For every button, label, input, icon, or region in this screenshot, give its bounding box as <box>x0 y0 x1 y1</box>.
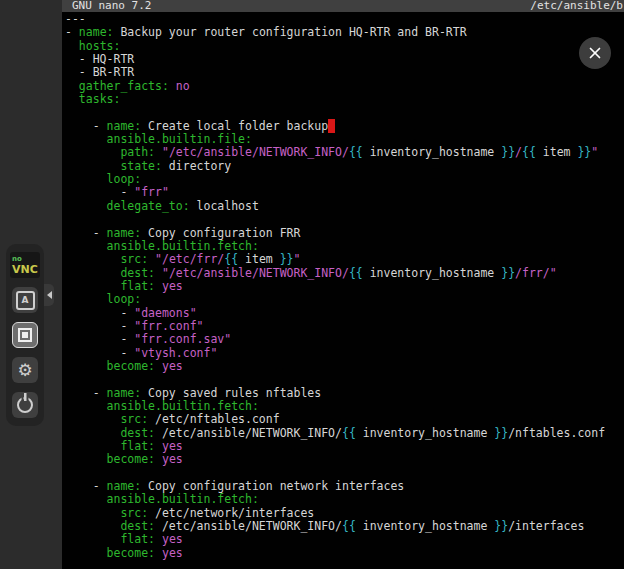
code-line: - name: Backup your router configuration… <box>65 26 624 39</box>
code-segment: - <box>65 386 107 400</box>
code-segment <box>65 199 107 213</box>
clipboard-icon: A <box>16 291 35 310</box>
code-segment: src: <box>120 506 148 520</box>
code-segment <box>65 252 120 266</box>
code-segment: inventory_hostname <box>356 426 494 440</box>
code-segment: "vtysh.conf" <box>134 346 217 360</box>
novnc-logo-no: no <box>12 255 22 263</box>
code-line: flat: yes <box>65 440 624 453</box>
code-segment: }} <box>501 266 515 280</box>
vnc-control-panel: no VNC A ⚙ <box>6 244 44 426</box>
code-line: - BR-RTR <box>65 66 624 79</box>
code-line: - "vtysh.conf" <box>65 347 624 360</box>
code-line: tasks: <box>65 93 624 106</box>
novnc-logo: no VNC <box>10 252 40 278</box>
settings-button[interactable]: ⚙ <box>12 357 38 383</box>
code-segment: - <box>65 185 134 199</box>
code-segment: name: <box>107 119 142 133</box>
code-line: state: directory <box>65 160 624 173</box>
code-segment: }} <box>494 519 508 533</box>
code-line: src: /etc/network/interfaces <box>65 507 624 520</box>
code-segment <box>155 546 162 560</box>
code-segment: - <box>65 226 107 240</box>
power-button[interactable] <box>12 392 38 418</box>
code-line <box>65 467 624 480</box>
code-line: - "frr" <box>65 186 624 199</box>
code-segment: inventory_hostname <box>356 519 494 533</box>
code-segment: - <box>65 332 134 346</box>
code-line: dest: /etc/ansible/NETWORK_INFO/{{ inven… <box>65 427 624 440</box>
code-segment: src: <box>120 412 148 426</box>
panel-collapse-handle[interactable] <box>44 284 54 306</box>
code-segment: dest: <box>120 266 155 280</box>
code-line <box>65 373 624 386</box>
code-segment: ansible.builtin.fetch: <box>107 399 259 413</box>
code-line: - HQ-RTR <box>65 53 624 66</box>
code-line: ansible.builtin.fetch: <box>65 493 624 506</box>
code-segment: hosts: <box>79 39 121 53</box>
code-segment: --- <box>65 12 86 26</box>
code-segment: {{ <box>342 519 356 533</box>
code-segment <box>155 279 162 293</box>
close-button[interactable] <box>579 37 611 69</box>
code-segment <box>65 532 120 546</box>
code-segment <box>155 439 162 453</box>
code-segment <box>65 279 120 293</box>
code-segment: / <box>515 145 522 159</box>
clipboard-icon-letter: A <box>22 295 29 305</box>
code-segment: directory <box>162 159 231 173</box>
code-segment <box>155 532 162 546</box>
app-version-label: GNU nano 7.2 <box>72 0 151 12</box>
code-segment: ansible.builtin.fetch: <box>107 239 259 253</box>
code-segment <box>65 519 120 533</box>
code-line: flat: yes <box>65 533 624 546</box>
code-line: path: "/etc/ansible/NETWORK_INFO/{{ inve… <box>65 146 624 159</box>
code-segment <box>65 239 107 253</box>
code-segment: localhost <box>190 199 259 213</box>
code-segment <box>65 292 107 306</box>
code-line: src: "/etc/frr/{{ item }}" <box>65 253 624 266</box>
novnc-logo-vnc: VNC <box>12 263 38 276</box>
code-segment: flat: <box>120 532 155 546</box>
chevron-left-icon <box>47 291 52 299</box>
code-segment <box>148 252 155 266</box>
code-segment <box>65 359 107 373</box>
code-segment: ansible.builtin.fetch: <box>107 492 259 506</box>
code-segment: - <box>65 25 79 39</box>
terminal[interactable]: GNU nano 7.2 /etc/ansible/b ---- name: B… <box>62 0 624 569</box>
clipboard-button[interactable]: A <box>12 287 38 313</box>
code-segment: state: <box>120 159 162 173</box>
code-segment <box>155 359 162 373</box>
code-segment: - <box>65 346 134 360</box>
fullscreen-icon-inner <box>22 332 28 338</box>
code-segment: Copy configuration FRR <box>141 226 300 240</box>
code-segment: /interfaces <box>508 519 584 533</box>
screen: no VNC A ⚙ GNU <box>0 0 624 569</box>
code-segment: dest: <box>120 519 155 533</box>
file-path-label: /etc/ansible/b <box>530 0 623 12</box>
code-segment: - <box>65 119 107 133</box>
code-segment: Create local folder backup <box>141 119 328 133</box>
code-segment <box>65 506 120 520</box>
code-segment <box>65 172 107 186</box>
code-segment: {{ <box>342 426 356 440</box>
code-segment: item <box>536 145 578 159</box>
fullscreen-button[interactable] <box>12 322 38 348</box>
code-segment: - <box>65 319 134 333</box>
code-segment: "/etc/ansible/NETWORK_INFO/ <box>162 145 349 159</box>
code-line: - name: Create local folder backup <box>65 120 624 133</box>
code-segment: yes <box>162 279 183 293</box>
code-line <box>65 106 624 119</box>
code-segment: flat: <box>120 439 155 453</box>
code-line: become: yes <box>65 360 624 373</box>
code-segment <box>155 452 162 466</box>
code-segment: name: <box>107 226 142 240</box>
code-segment <box>65 399 107 413</box>
code-line: gather_facts: no <box>65 80 624 93</box>
code-line: flat: yes <box>65 280 624 293</box>
code-segment: "frr.conf.sav" <box>134 332 231 346</box>
code-line: - name: Copy saved rules nftables <box>65 387 624 400</box>
code-segment <box>65 492 107 506</box>
code-line: ansible.builtin.fetch: <box>65 400 624 413</box>
code-segment: tasks: <box>79 92 121 106</box>
